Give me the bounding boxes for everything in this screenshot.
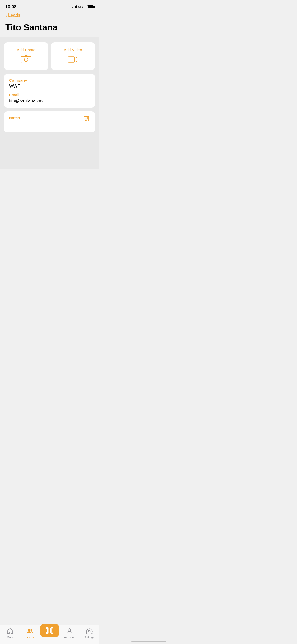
email-value: tito@santana.wwf	[9, 98, 90, 103]
video-icon	[68, 55, 78, 65]
back-button[interactable]: ‹ Leads	[5, 13, 20, 18]
add-video-card[interactable]: Add Video	[51, 42, 95, 70]
notes-label: Notes	[9, 116, 20, 120]
status-icons: 5G E	[72, 5, 94, 9]
back-chevron-icon: ‹	[5, 13, 7, 18]
company-label: Company	[9, 78, 90, 82]
add-photo-label: Add Photo	[17, 48, 35, 52]
svg-rect-2	[68, 57, 74, 62]
notes-card: Notes	[4, 111, 95, 132]
battery-icon	[87, 5, 94, 8]
network-type: 5G E	[78, 5, 86, 9]
nav-header: ‹ Leads	[0, 12, 99, 20]
svg-point-1	[24, 58, 28, 62]
email-label: Email	[9, 93, 90, 97]
info-card: Company WWF Email tito@santana.wwf	[4, 74, 95, 108]
page-title: Tito Santana	[0, 20, 99, 37]
media-row: Add Photo Add Video	[4, 42, 95, 70]
notes-edit-button[interactable]	[83, 116, 90, 123]
svg-rect-0	[21, 56, 31, 63]
add-video-label: Add Video	[64, 48, 82, 52]
add-photo-card[interactable]: Add Photo	[4, 42, 48, 70]
main-content: Add Photo Add Video Company WWF	[0, 37, 99, 169]
signal-bars-icon	[72, 5, 77, 8]
status-bar: 10:08 5G E	[0, 0, 99, 12]
company-value: WWF	[9, 84, 90, 89]
back-label: Leads	[8, 13, 20, 18]
status-time: 10:08	[5, 4, 16, 10]
photo-icon	[21, 55, 31, 65]
